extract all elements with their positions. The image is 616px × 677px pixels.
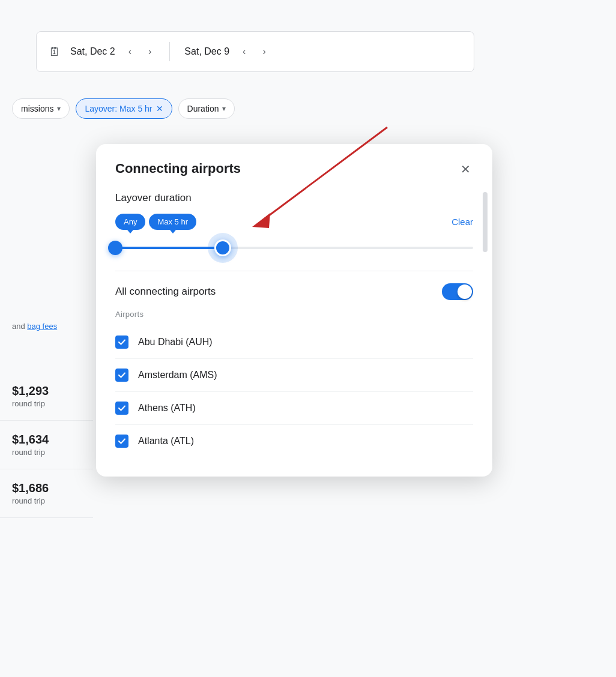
- duration-arrow-icon: ▾: [222, 104, 226, 113]
- bubble-container: Any Max 5 hr: [115, 214, 196, 230]
- price-label-2: round trip: [12, 448, 81, 457]
- any-bubble[interactable]: Any: [115, 214, 145, 230]
- date2-prev-button[interactable]: ‹: [239, 44, 249, 59]
- emissions-label: missions: [21, 104, 53, 113]
- airport-item-ams[interactable]: Amsterdam (AMS): [115, 359, 473, 392]
- price-amount-1: $1,293: [12, 384, 81, 398]
- checkbox-ams[interactable]: [115, 369, 128, 382]
- bag-fees-text: and bag fees: [0, 322, 69, 331]
- airports-section-label: Airports: [115, 310, 473, 319]
- modal-scrollbar[interactable]: [483, 192, 488, 252]
- checkbox-atl[interactable]: [115, 435, 128, 448]
- date2-next-button[interactable]: ›: [259, 44, 269, 59]
- calendar-icon: 🗓: [49, 45, 61, 59]
- price-amount-3: $1,686: [12, 481, 81, 495]
- airports-list: Abu Dhabi (AUH) Amsterdam (AMS) Athens (…: [115, 326, 473, 457]
- layover-duration-title: Layover duration: [115, 192, 473, 204]
- checkmark-icon: [118, 338, 126, 346]
- airport-item-atl[interactable]: Atlanta (ATL): [115, 425, 473, 457]
- checkmark-icon: [118, 371, 126, 379]
- section-divider: [115, 271, 473, 271]
- layover-chip-close-icon[interactable]: ✕: [156, 104, 163, 113]
- airport-name-ath: Athens (ATH): [138, 403, 196, 414]
- filter-bar: missions ▾ Layover: Max 5 hr ✕ Duration …: [0, 98, 247, 119]
- price-item: $1,686 round trip: [0, 469, 93, 518]
- price-label-1: round trip: [12, 399, 81, 408]
- all-airports-toggle[interactable]: [442, 283, 473, 300]
- price-item: $1,634 round trip: [0, 421, 93, 469]
- toggle-knob: [457, 284, 472, 299]
- layover-duration-section: Layover duration Any Max 5 hr Clear: [115, 192, 473, 259]
- layover-chip-label: Layover: Max 5 hr: [85, 104, 152, 113]
- price-label-3: round trip: [12, 496, 81, 505]
- modal-header: Connecting airports ✕: [115, 161, 473, 178]
- date1-next-button[interactable]: ›: [145, 44, 155, 59]
- checkmark-icon: [118, 404, 126, 412]
- airport-name-atl: Atlanta (ATL): [138, 436, 194, 447]
- airport-name-auh: Abu Dhabi (AUH): [138, 337, 213, 348]
- date-bar: 🗓 Sat, Dec 2 ‹ › Sat, Dec 9 ‹ ›: [36, 31, 474, 72]
- emissions-arrow-icon: ▾: [57, 104, 61, 113]
- modal-title: Connecting airports: [115, 161, 241, 176]
- date1-text: Sat, Dec 2: [70, 46, 115, 57]
- slider-thumb-min[interactable]: [108, 241, 122, 255]
- slider-thumb-max[interactable]: [214, 239, 231, 256]
- date2-text: Sat, Dec 9: [184, 46, 229, 57]
- modal-close-button[interactable]: ✕: [458, 161, 473, 178]
- checkmark-icon: [118, 437, 126, 445]
- all-airports-label: All connecting airports: [115, 286, 216, 298]
- duration-slider[interactable]: [115, 237, 473, 259]
- airport-item-auh[interactable]: Abu Dhabi (AUH): [115, 326, 473, 359]
- price-item: $1,293 round trip: [0, 372, 93, 421]
- airport-item-ath[interactable]: Athens (ATH): [115, 392, 473, 425]
- layover-chip[interactable]: Layover: Max 5 hr ✕: [76, 98, 172, 119]
- max5hr-bubble[interactable]: Max 5 hr: [149, 214, 196, 230]
- slider-fill: [115, 247, 223, 249]
- connecting-airports-modal: Connecting airports ✕ Layover duration A…: [96, 144, 492, 477]
- duration-chip[interactable]: Duration ▾: [178, 98, 235, 119]
- checkbox-ath[interactable]: [115, 402, 128, 415]
- bag-fees-link[interactable]: bag fees: [27, 322, 57, 331]
- checkbox-auh[interactable]: [115, 335, 128, 349]
- price-list: $1,293 round trip $1,634 round trip $1,6…: [0, 372, 93, 518]
- date-divider: [169, 42, 170, 61]
- emissions-chip[interactable]: missions ▾: [12, 98, 70, 119]
- date1-prev-button[interactable]: ‹: [125, 44, 135, 59]
- airport-name-ams: Amsterdam (AMS): [138, 370, 217, 381]
- price-amount-2: $1,634: [12, 433, 81, 447]
- all-airports-toggle-row: All connecting airports: [115, 283, 473, 300]
- clear-button[interactable]: Clear: [451, 217, 473, 227]
- duration-row: Any Max 5 hr Clear: [115, 214, 473, 230]
- duration-chip-label: Duration: [187, 104, 219, 113]
